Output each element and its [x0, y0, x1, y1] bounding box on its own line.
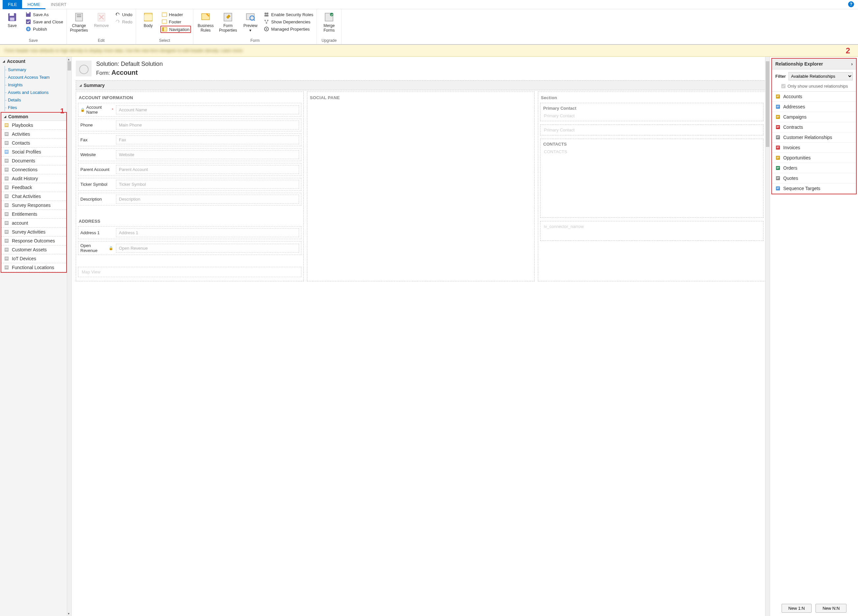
- common-item-functional-locations[interactable]: Functional Locations: [1, 263, 66, 272]
- footer-button[interactable]: Footer: [160, 19, 191, 25]
- field-fax[interactable]: Fax Fax: [78, 134, 302, 146]
- relationship-item-campaigns[interactable]: Campaigns: [772, 112, 856, 122]
- common-item-activities[interactable]: Activities: [1, 130, 66, 139]
- field-phone[interactable]: Phone Main Phone: [78, 118, 302, 131]
- tab-home[interactable]: HOME: [22, 0, 45, 9]
- header-button[interactable]: Header: [160, 11, 191, 18]
- save-and-close-button[interactable]: Save and Close: [24, 19, 65, 25]
- common-item-contacts[interactable]: Contacts: [1, 139, 66, 148]
- tab-summary[interactable]: Summary: [76, 80, 766, 90]
- svg-rect-104: [777, 158, 779, 159]
- input-open-revenue[interactable]: Open Revenue: [116, 244, 299, 253]
- input-account-name[interactable]: Account Name: [116, 106, 299, 114]
- common-item-chat-activities[interactable]: Chat Activities: [1, 192, 66, 201]
- relationship-explorer-panel: Relationship Explorer › Filter Available…: [771, 58, 857, 194]
- help-icon[interactable]: ?: [848, 1, 854, 7]
- section-contacts[interactable]: CONTACTS CONTACTS: [540, 139, 763, 218]
- entity-icon: [775, 165, 780, 171]
- nav-item-insights[interactable]: Insights: [0, 81, 72, 89]
- field-parent-account[interactable]: Parent Account Parent Account: [78, 163, 302, 176]
- input-website[interactable]: Website: [116, 150, 299, 159]
- relationship-item-customer-relationships[interactable]: Customer Relationships: [772, 132, 856, 143]
- redo-button[interactable]: Redo: [113, 19, 134, 25]
- field-open-revenue[interactable]: Open Revenue🔒 Open Revenue: [78, 241, 302, 255]
- common-item-audit-history[interactable]: Audit History: [1, 174, 66, 183]
- tab-insert[interactable]: INSERT: [45, 0, 72, 9]
- common-item-response-outcomes[interactable]: Response Outcomes: [1, 236, 66, 246]
- canvas-scrollbar[interactable]: [765, 57, 770, 616]
- only-unused-checkbox[interactable]: [781, 84, 785, 88]
- input-fax[interactable]: Fax: [116, 135, 299, 144]
- left-scrollbar[interactable]: [67, 57, 72, 616]
- common-item-account[interactable]: account: [1, 219, 66, 228]
- common-item-survey-activities[interactable]: Survey Activities: [1, 228, 66, 236]
- nav-item-summary[interactable]: Summary: [0, 66, 72, 73]
- scrollbar-thumb[interactable]: [766, 61, 769, 147]
- nav-section-account[interactable]: Account: [0, 57, 72, 66]
- form-properties-button[interactable]: Form Properties: [218, 11, 238, 34]
- show-dependencies-button[interactable]: Show Dependencies: [263, 19, 314, 25]
- input-description[interactable]: Description: [116, 195, 299, 204]
- relationship-item-quotes[interactable]: Quotes: [772, 173, 856, 184]
- svg-rect-100: [777, 146, 779, 147]
- common-item-iot-devices[interactable]: IoT Devices: [1, 254, 66, 263]
- relationship-item-invoices[interactable]: Invoices: [772, 143, 856, 153]
- scrollbar-thumb[interactable]: [67, 61, 71, 70]
- svg-rect-95: [777, 127, 779, 128]
- merge-forms-button[interactable]: Merge Forms: [319, 11, 339, 34]
- nav-section-common[interactable]: Common: [1, 113, 66, 121]
- save-as-button[interactable]: Save As: [24, 11, 65, 18]
- svg-rect-55: [5, 187, 8, 187]
- field-address1[interactable]: Address 1 Address 1: [78, 226, 302, 239]
- undo-button[interactable]: Undo: [113, 11, 134, 18]
- field-primary-contact[interactable]: Primary Contact Primary Contact: [540, 103, 763, 121]
- common-item-documents[interactable]: Documents: [1, 157, 66, 165]
- field-account-name[interactable]: 🔒Account Name* Account Name: [78, 103, 302, 117]
- common-item-survey-responses[interactable]: Survey Responses: [1, 201, 66, 210]
- common-item-customer-assets[interactable]: Customer Assets: [1, 246, 66, 254]
- relationship-item-addresses[interactable]: Addresses: [772, 102, 856, 112]
- input-phone[interactable]: Main Phone: [116, 121, 299, 129]
- change-properties-button[interactable]: Change Properties: [69, 11, 89, 34]
- new-1n-button[interactable]: New 1:N: [782, 604, 812, 613]
- field-map-view[interactable]: Map View: [78, 267, 302, 277]
- remove-button[interactable]: Remove: [91, 11, 112, 30]
- relationship-item-sequence-targets[interactable]: Sequence Targets: [772, 184, 856, 194]
- common-item-feedback[interactable]: Feedback: [1, 183, 66, 192]
- relationship-item-opportunities[interactable]: Opportunities: [772, 153, 856, 163]
- publish-icon: [26, 26, 31, 32]
- common-item-social-profiles[interactable]: Social Profiles: [1, 148, 66, 157]
- svg-rect-44: [5, 152, 8, 152]
- field-website[interactable]: Website Website: [78, 148, 302, 161]
- relationship-item-accounts[interactable]: Accounts: [772, 92, 856, 102]
- input-ticker[interactable]: Ticker Symbol: [116, 180, 299, 189]
- save-button[interactable]: Save: [2, 11, 22, 30]
- common-item-playbooks[interactable]: Playbooks: [1, 121, 66, 130]
- common-item-entitlements[interactable]: Entitlements: [1, 210, 66, 219]
- common-item-connections[interactable]: Connections: [1, 165, 66, 174]
- section-iv-connector[interactable]: iv_connector_narrow: [540, 221, 763, 241]
- navigation-button[interactable]: Navigation: [160, 26, 191, 33]
- body-button[interactable]: Body: [138, 11, 159, 30]
- nav-item-assets-and-locations[interactable]: Assets and Locations: [0, 89, 72, 96]
- business-rules-button[interactable]: Business Rules: [195, 11, 216, 34]
- input-parent-account[interactable]: Parent Account: [116, 165, 299, 174]
- new-nn-button[interactable]: New N:N: [816, 604, 847, 613]
- publish-button[interactable]: Publish: [24, 26, 65, 32]
- field-ticker[interactable]: Ticker Symbol Ticker Symbol: [78, 178, 302, 191]
- svg-rect-35: [5, 125, 8, 126]
- nav-item-details[interactable]: Details: [0, 96, 72, 104]
- managed-properties-button[interactable]: Managed Properties: [263, 26, 314, 32]
- field-primary-contact-2[interactable]: Primary Contact: [540, 124, 763, 135]
- svg-rect-82: [5, 266, 8, 267]
- enable-security-roles-button[interactable]: Enable Security Roles: [263, 11, 314, 18]
- field-description[interactable]: Description Description: [78, 193, 302, 205]
- relationship-item-orders[interactable]: Orders: [772, 163, 856, 173]
- tab-file[interactable]: FILE: [3, 0, 22, 9]
- chevron-right-icon[interactable]: ›: [851, 61, 853, 67]
- nav-item-account-access-team[interactable]: Account Access Team: [0, 73, 72, 81]
- filter-dropdown[interactable]: Available Relationships: [788, 72, 853, 80]
- preview-button[interactable]: Preview▾: [240, 11, 261, 34]
- input-address1[interactable]: Address 1: [116, 228, 299, 237]
- relationship-item-contracts[interactable]: Contracts: [772, 122, 856, 132]
